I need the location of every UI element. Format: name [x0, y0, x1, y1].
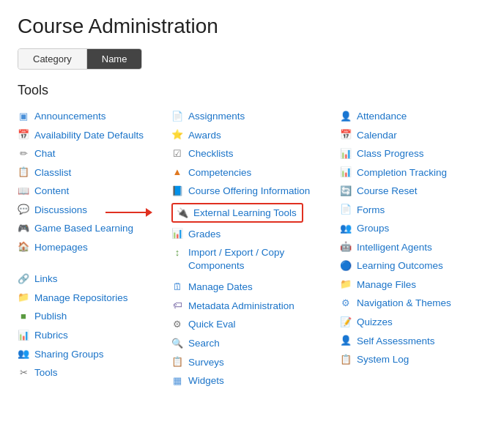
tool-external-learning-tools[interactable]: 🔌 External Learning Tools [171, 203, 303, 223]
tool-system-log[interactable]: 📋 System Log [340, 350, 494, 369]
quizzes-icon: 📝 [340, 316, 352, 328]
class-progress-icon: 📊 [340, 148, 352, 160]
tool-game-based-learning[interactable]: 🎮 Game Based Learning [18, 219, 171, 238]
tool-groups[interactable]: 👥 Groups [340, 219, 494, 238]
tools-icon: ✂ [18, 367, 29, 379]
tab-name[interactable]: Name [87, 49, 142, 69]
tool-learning-outcomes[interactable]: 🔵 Learning Outcomes [340, 256, 494, 275]
tool-manage-dates[interactable]: 🗓 Manage Dates [171, 278, 340, 297]
system-log-icon: 📋 [340, 354, 352, 366]
grades-icon: 📊 [171, 229, 183, 240]
awards-icon: ⭐ [171, 130, 183, 141]
tool-competencies[interactable]: ▲ Competencies [171, 163, 340, 182]
tool-classlist[interactable]: 📋 Classlist [18, 163, 171, 182]
tool-surveys[interactable]: 📋 Surveys [171, 353, 340, 372]
nav-themes-icon: ⚙ [340, 297, 352, 309]
search-icon: 🔍 [171, 338, 183, 349]
calendar-icon: 📅 [340, 130, 352, 141]
quick-eval-icon: ⚙ [171, 319, 183, 330]
tool-metadata-admin[interactable]: 🏷 Metadata Administration [171, 297, 340, 316]
tool-assignments[interactable]: 📄 Assignments [171, 107, 340, 126]
competencies-icon: ▲ [171, 167, 183, 179]
column-1: ▣ Announcements 📅 Availability Date Defa… [18, 107, 171, 390]
discussions-icon: 💬 [18, 204, 29, 216]
attendance-icon: 👤 [340, 111, 352, 122]
page-title: Course Administration [18, 15, 486, 38]
section-title: Tools [18, 83, 486, 98]
tool-sharing-groups[interactable]: 👥 Sharing Groups [18, 345, 171, 364]
tool-calendar[interactable]: 📅 Calendar [340, 126, 494, 145]
tool-search[interactable]: 🔍 Search [171, 334, 340, 353]
sharing-groups-icon: 👥 [18, 349, 29, 360]
tool-announcements[interactable]: ▣ Announcements [18, 107, 171, 126]
tool-completion-tracking[interactable]: 📊 Completion Tracking [340, 163, 494, 182]
tool-attendance[interactable]: 👤 Attendance [340, 107, 494, 126]
tool-manage-repositories[interactable]: 📁 Manage Repositories [18, 289, 171, 308]
external-learning-tools-icon: 🔌 [177, 207, 188, 219]
announcements-icon: ▣ [18, 111, 29, 122]
links-icon: 🔗 [18, 273, 29, 285]
publish-icon: ■ [18, 311, 29, 322]
homepages-icon: 🏠 [18, 242, 29, 253]
tool-course-offering-info[interactable]: 📘 Course Offering Information [171, 182, 340, 201]
classlist-icon: 📋 [18, 167, 29, 179]
forms-icon: 📄 [340, 204, 352, 216]
tool-quizzes[interactable]: 📝 Quizzes [340, 313, 494, 332]
surveys-icon: 📋 [171, 357, 183, 368]
manage-files-icon: 📁 [340, 279, 352, 291]
tool-availability-date-defaults[interactable]: 📅 Availability Date Defaults [18, 126, 171, 145]
learning-outcomes-icon: 🔵 [340, 260, 352, 272]
tool-course-reset[interactable]: 🔄 Course Reset [340, 182, 494, 201]
groups-icon: 👥 [340, 223, 352, 234]
content-icon: 📖 [18, 185, 29, 197]
tool-awards[interactable]: ⭐ Awards [171, 126, 340, 145]
tool-widgets[interactable]: ▦ Widgets [171, 371, 340, 390]
assignments-icon: 📄 [171, 111, 183, 122]
checklists-icon: ☑ [171, 148, 183, 160]
tool-homepages[interactable]: 🏠 Homepages [18, 238, 171, 257]
availability-icon: 📅 [18, 130, 29, 141]
course-reset-icon: 🔄 [340, 185, 352, 197]
course-offering-icon: 📘 [171, 185, 183, 197]
metadata-icon: 🏷 [171, 300, 183, 312]
tool-checklists[interactable]: ☑ Checklists [171, 144, 340, 163]
manage-repos-icon: 📁 [18, 292, 29, 304]
tool-self-assessments[interactable]: 👤 Self Assessments [340, 332, 494, 351]
self-assessments-icon: 👤 [340, 336, 352, 347]
tab-bar: Category Name [18, 48, 142, 70]
tool-intelligent-agents[interactable]: 🤖 Intelligent Agents [340, 238, 494, 257]
tool-grades[interactable]: 📊 Grades [171, 225, 340, 244]
import-export-icon: ↕ [171, 247, 183, 259]
tool-chat[interactable]: ✏ Chat [18, 144, 171, 163]
column-2: 📄 Assignments ⭐ Awards ☑ Checklists ▲ Co… [171, 107, 340, 390]
completion-tracking-icon: 📊 [340, 167, 352, 179]
manage-dates-icon: 🗓 [171, 281, 183, 293]
tool-quick-eval[interactable]: ⚙ Quick Eval [171, 315, 340, 334]
tool-navigation-themes[interactable]: ⚙ Navigation & Themes [340, 294, 494, 313]
tool-class-progress[interactable]: 📊 Class Progress [340, 144, 494, 163]
intelligent-agents-icon: 🤖 [340, 242, 352, 253]
tool-forms[interactable]: 📄 Forms [340, 201, 494, 220]
game-icon: 🎮 [18, 223, 29, 234]
tab-category[interactable]: Category [18, 49, 87, 69]
tools-grid: ▣ Announcements 📅 Availability Date Defa… [18, 107, 486, 390]
tool-rubrics[interactable]: 📊 Rubrics [18, 326, 171, 345]
tool-content[interactable]: 📖 Content [18, 182, 171, 201]
column-3: 👤 Attendance 📅 Calendar 📊 Class Progress… [340, 107, 494, 390]
tool-publish[interactable]: ■ Publish [18, 307, 171, 326]
widgets-icon: ▦ [171, 375, 183, 387]
tool-links[interactable]: 🔗 Links [18, 270, 171, 289]
tool-manage-files[interactable]: 📁 Manage Files [340, 275, 494, 294]
tool-import-export[interactable]: ↕ Import / Export / Copy Components [171, 243, 340, 275]
chat-icon: ✏ [18, 148, 29, 160]
tool-tools[interactable]: ✂ Tools [18, 363, 171, 382]
rubrics-icon: 📊 [18, 330, 29, 341]
